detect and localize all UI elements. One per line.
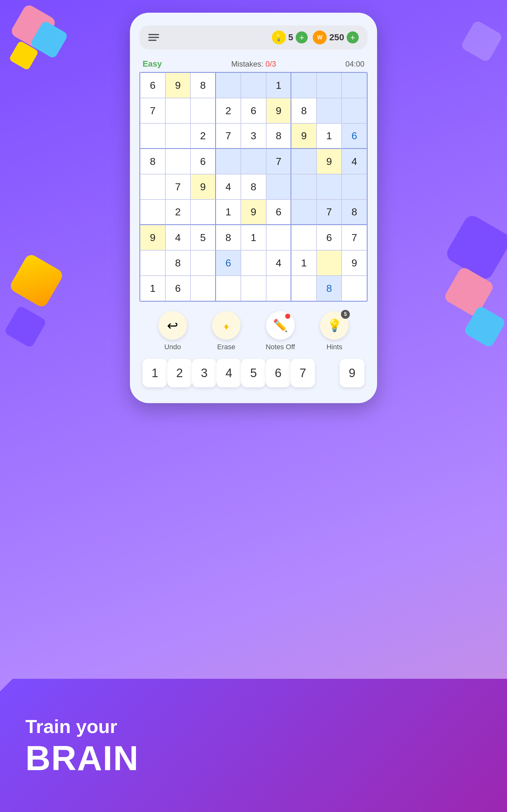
- sudoku-cell[interactable]: 8: [291, 98, 317, 123]
- sudoku-cell[interactable]: [190, 200, 216, 225]
- sudoku-cell[interactable]: [140, 250, 165, 275]
- tool-hints-button[interactable]: 💡5Hints: [320, 311, 349, 351]
- tool-notes-button[interactable]: ✏️Notes Off: [266, 311, 295, 351]
- sudoku-cell[interactable]: 7: [342, 225, 367, 250]
- num-button-2[interactable]: 2: [167, 359, 192, 387]
- sudoku-cell[interactable]: [317, 98, 342, 123]
- num-button-7[interactable]: 7: [291, 359, 315, 387]
- sudoku-cell[interactable]: 3: [241, 123, 266, 149]
- sudoku-cell[interactable]: 1: [216, 200, 241, 225]
- num-button-9[interactable]: 9: [340, 359, 364, 387]
- sudoku-cell[interactable]: [266, 174, 291, 200]
- sudoku-cell[interactable]: 7: [165, 174, 191, 200]
- sudoku-cell[interactable]: 6: [317, 225, 342, 250]
- sudoku-cell[interactable]: [342, 174, 367, 200]
- coin-icon: W: [313, 31, 327, 44]
- sudoku-cell[interactable]: 8: [241, 174, 266, 200]
- sudoku-cell[interactable]: 4: [165, 225, 191, 250]
- sudoku-cell[interactable]: 8: [317, 275, 342, 301]
- sudoku-cell[interactable]: [317, 250, 342, 275]
- num-button-4[interactable]: 4: [216, 359, 241, 387]
- sudoku-cell[interactable]: [291, 225, 317, 250]
- tool-undo-button[interactable]: ↩Undo: [158, 311, 187, 351]
- sudoku-cell[interactable]: [140, 174, 165, 200]
- sudoku-cell[interactable]: [190, 250, 216, 275]
- sudoku-cell[interactable]: 6: [165, 275, 191, 301]
- sudoku-cell[interactable]: 4: [266, 250, 291, 275]
- sudoku-cell[interactable]: 9: [190, 174, 216, 200]
- sudoku-cell[interactable]: [317, 174, 342, 200]
- sudoku-cell[interactable]: [216, 72, 241, 98]
- sudoku-cell[interactable]: 8: [140, 149, 165, 174]
- sudoku-row: 2738916: [140, 123, 367, 149]
- sudoku-cell[interactable]: [140, 200, 165, 225]
- sudoku-cell[interactable]: [216, 149, 241, 174]
- sudoku-cell[interactable]: [241, 250, 266, 275]
- sudoku-cell[interactable]: 6: [266, 200, 291, 225]
- sudoku-cell[interactable]: 1: [140, 275, 165, 301]
- sudoku-cell[interactable]: 5: [190, 225, 216, 250]
- sudoku-cell[interactable]: 6: [216, 250, 241, 275]
- sudoku-cell[interactable]: 6: [241, 98, 266, 123]
- num-button-1[interactable]: 1: [143, 359, 167, 387]
- sudoku-cell[interactable]: [165, 123, 191, 149]
- sudoku-cell[interactable]: 9: [266, 98, 291, 123]
- sudoku-cell[interactable]: 2: [216, 98, 241, 123]
- add-hints-button[interactable]: +: [296, 32, 308, 44]
- sudoku-cell[interactable]: 9: [140, 225, 165, 250]
- sudoku-cell[interactable]: 6: [190, 149, 216, 174]
- sudoku-cell[interactable]: [317, 72, 342, 98]
- sudoku-cell[interactable]: [190, 275, 216, 301]
- sudoku-cell[interactable]: [190, 98, 216, 123]
- sudoku-cell[interactable]: [165, 149, 191, 174]
- sudoku-cell[interactable]: [291, 72, 317, 98]
- num-button-5[interactable]: 5: [241, 359, 266, 387]
- sudoku-cell[interactable]: [140, 123, 165, 149]
- sudoku-cell[interactable]: 7: [140, 98, 165, 123]
- sudoku-cell[interactable]: 2: [165, 200, 191, 225]
- tool-erase-button[interactable]: ⬧Erase: [212, 311, 240, 351]
- num-button-6[interactable]: 6: [266, 359, 291, 387]
- sudoku-cell[interactable]: 9: [165, 72, 191, 98]
- sudoku-cell[interactable]: 8: [342, 200, 367, 225]
- add-coins-button[interactable]: +: [347, 32, 359, 44]
- sudoku-cell[interactable]: 7: [317, 200, 342, 225]
- sudoku-cell[interactable]: [342, 98, 367, 123]
- sudoku-cell[interactable]: 8: [165, 250, 191, 275]
- sudoku-cell[interactable]: 7: [266, 149, 291, 174]
- sudoku-cell[interactable]: 8: [266, 123, 291, 149]
- sudoku-cell[interactable]: 4: [216, 174, 241, 200]
- sudoku-cell[interactable]: [165, 98, 191, 123]
- sudoku-cell[interactable]: 1: [266, 72, 291, 98]
- sudoku-cell[interactable]: [291, 200, 317, 225]
- sudoku-cell[interactable]: 9: [317, 149, 342, 174]
- sudoku-cell[interactable]: [342, 72, 367, 98]
- sudoku-cell[interactable]: 9: [241, 200, 266, 225]
- sudoku-cell[interactable]: 8: [190, 72, 216, 98]
- sudoku-cell[interactable]: 2: [190, 123, 216, 149]
- sudoku-cell[interactable]: 1: [241, 225, 266, 250]
- sudoku-cell[interactable]: 7: [216, 123, 241, 149]
- sudoku-cell[interactable]: [291, 174, 317, 200]
- sudoku-cell[interactable]: [241, 149, 266, 174]
- sudoku-cell[interactable]: [291, 149, 317, 174]
- tool-hints-icon: 💡5: [320, 311, 349, 340]
- sudoku-cell[interactable]: [241, 72, 266, 98]
- sudoku-cell[interactable]: [241, 275, 266, 301]
- sudoku-cell[interactable]: 9: [342, 250, 367, 275]
- game-info: Easy Mistakes: 0/3 04:00: [139, 59, 368, 69]
- sudoku-cell[interactable]: [342, 275, 367, 301]
- num-button-3[interactable]: 3: [192, 359, 217, 387]
- sudoku-cell[interactable]: [291, 275, 317, 301]
- menu-button[interactable]: [148, 34, 159, 41]
- sudoku-cell[interactable]: 6: [342, 123, 367, 149]
- sudoku-cell[interactable]: 6: [140, 72, 165, 98]
- sudoku-cell[interactable]: 9: [291, 123, 317, 149]
- sudoku-cell[interactable]: 8: [216, 225, 241, 250]
- sudoku-cell[interactable]: [266, 225, 291, 250]
- sudoku-cell[interactable]: 1: [291, 250, 317, 275]
- sudoku-cell[interactable]: 1: [317, 123, 342, 149]
- sudoku-cell[interactable]: [216, 275, 241, 301]
- sudoku-cell[interactable]: 4: [342, 149, 367, 174]
- sudoku-cell[interactable]: [266, 275, 291, 301]
